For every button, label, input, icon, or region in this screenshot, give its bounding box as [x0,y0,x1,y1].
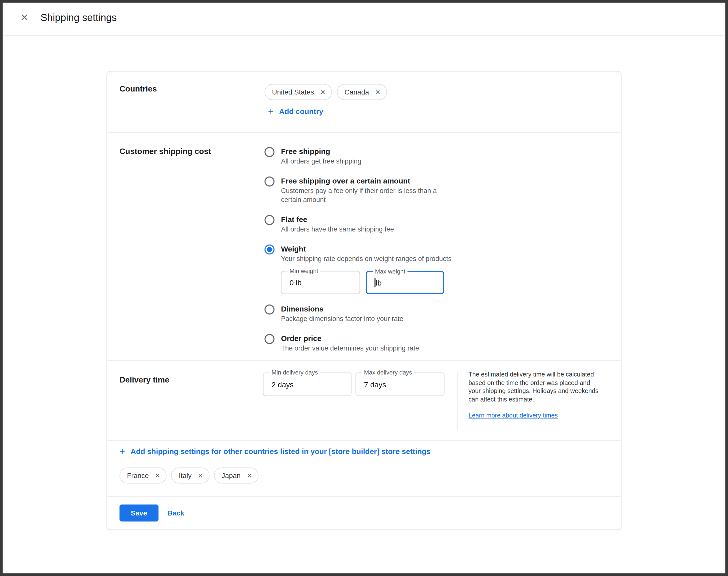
delivery-note-text: The estimated delivery time will be calc… [468,371,599,403]
page-title: Shipping settings [40,0,117,35]
radio-button[interactable] [264,176,274,186]
option-description: The order value determines your shipping… [281,344,419,353]
radio-option-flat-fee[interactable]: Flat fee All orders have the same shippi… [264,214,610,234]
shipping-cost-label: Customer shipping cost [119,147,211,156]
option-title: Order price [281,334,419,344]
chip-remove-icon[interactable]: ✕ [320,89,325,95]
field-value: 2 days [271,380,293,388]
weight-fields-row: Min weight 0 lb Max weight lb [281,271,452,294]
chip-remove-icon[interactable]: ✕ [198,472,203,479]
max-weight-field[interactable]: Max weight lb [366,271,444,294]
max-delivery-days-field[interactable]: Max delivery days 7 days [355,373,444,396]
add-other-countries-label: Add shipping settings for other countrie… [130,447,431,456]
add-other-countries-button[interactable]: + Add shipping settings for other countr… [119,447,431,456]
shipping-settings-page: ✕ Shipping settings Countries United Sta… [0,0,728,576]
add-country-button[interactable]: + Add country [268,107,323,116]
other-countries-chip-row: France ✕ Italy ✕ Japan ✕ [119,467,259,484]
vertical-divider [458,372,458,431]
min-weight-field[interactable]: Min weight 0 lb [281,271,360,294]
option-title: Free shipping over a certain amount [281,176,451,186]
back-button[interactable]: Back [168,505,184,521]
chip-remove-icon[interactable]: ✕ [375,89,380,95]
text-caret [375,278,375,287]
section-divider [107,440,621,440]
radio-option-free-over-amount[interactable]: Free shipping over a certain amount Cust… [264,176,610,204]
country-chip[interactable]: France ✕ [119,467,167,484]
country-chip[interactable]: Japan ✕ [214,467,259,484]
chip-label: Japan [222,471,240,480]
settings-card: Countries United States ✕ Canada ✕ + Add… [107,71,621,530]
country-chip[interactable]: Italy ✕ [171,467,209,484]
option-description: Package dimensions factor into your rate [281,315,403,323]
plus-icon: + [119,447,125,456]
delivery-time-label: Delivery time [119,375,169,384]
chip-label: Canada [345,88,369,96]
radio-button[interactable] [264,244,274,255]
countries-chip-row: United States ✕ Canada ✕ [264,84,387,100]
field-label: Max delivery days [362,370,414,376]
chip-label: United States [272,88,314,96]
chip-label: France [127,471,149,480]
field-value: lb [375,278,381,287]
delivery-note: The estimated delivery time will be calc… [468,371,600,420]
country-chip[interactable]: Canada ✕ [337,84,387,100]
save-button[interactable]: Save [119,505,158,521]
delivery-learn-more-link[interactable]: Learn more about delivery times [468,411,558,420]
close-icon[interactable]: ✕ [18,11,31,24]
min-delivery-days-field[interactable]: Min delivery days 2 days [263,373,351,396]
option-description: All orders get free shipping [281,157,361,166]
radio-button[interactable] [264,215,274,225]
radio-button[interactable] [264,147,274,157]
section-divider [107,496,621,497]
option-title: Dimensions [281,304,403,314]
option-title: Free shipping [281,146,361,156]
field-value: 0 lb [290,278,301,287]
option-description: Your shipping rate depends on weight ran… [281,255,452,263]
chip-remove-icon[interactable]: ✕ [155,472,160,479]
radio-button[interactable] [264,334,274,344]
radio-button[interactable] [264,305,274,315]
radio-option-order-price[interactable]: Order price The order value determines y… [264,334,610,353]
radio-option-dimensions[interactable]: Dimensions Package dimensions factor int… [264,304,610,323]
chip-label: Italy [179,471,192,480]
section-divider [107,132,621,133]
field-value: 7 days [364,380,386,388]
option-description: Customers pay a fee only if their order … [281,186,451,204]
chip-remove-icon[interactable]: ✕ [246,472,252,479]
radio-option-free-shipping[interactable]: Free shipping All orders get free shippi… [264,146,610,166]
field-label: Max weight [373,268,407,275]
country-chip[interactable]: United States ✕ [264,84,332,100]
option-title: Flat fee [281,214,394,225]
field-label: Min delivery days [269,370,320,376]
plus-icon: + [268,107,273,116]
option-description: All orders have the same shipping fee [281,225,394,234]
add-country-label: Add country [279,107,323,115]
shipping-cost-options: Free shipping All orders get free shippi… [264,146,610,363]
field-label: Min weight [288,268,320,275]
option-title: Weight [281,244,452,254]
radio-option-weight[interactable]: Weight Your shipping rate depends on wei… [264,244,610,294]
section-divider [107,361,621,361]
countries-label: Countries [119,85,157,93]
top-bar: ✕ Shipping settings [0,0,728,35]
